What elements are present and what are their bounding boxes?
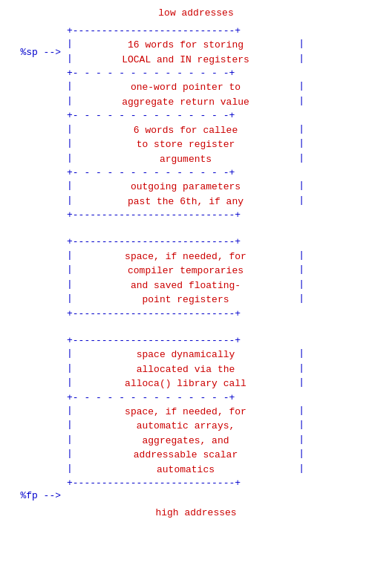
pipe-right: | xyxy=(298,278,304,293)
section1-line1: | 16 words for storing | xyxy=(67,38,304,53)
section1-text1: 16 words for storing xyxy=(73,38,298,53)
pipe-left: | xyxy=(67,278,73,293)
section5-top-border: +----------------------------+ xyxy=(67,235,304,249)
section3-line2: | to store register | xyxy=(67,137,304,152)
section6-wrapper: +----------------------------+ | space d… xyxy=(0,334,392,405)
section2-text1: one-word pointer to xyxy=(73,80,298,95)
section3-line3: | arguments | xyxy=(67,152,304,167)
pipe-left: | xyxy=(67,152,73,167)
bottom-label: high addresses xyxy=(155,507,236,518)
pipe-right: | xyxy=(298,405,304,420)
pipe-left: | xyxy=(67,448,73,463)
section6-text2: allocated via the xyxy=(73,362,298,377)
section6-line1: | space dynamically | xyxy=(67,348,304,362)
pipe-left: | xyxy=(67,195,73,209)
pipe-right: | xyxy=(298,95,304,110)
pipe-right: | xyxy=(298,362,304,377)
section7-bottom-border: +----------------------------+ xyxy=(67,477,304,490)
section7-text3: aggregates, and xyxy=(73,434,298,449)
pipe-right: | xyxy=(298,195,304,209)
section5-wrapper: +----------------------------+ | space, … xyxy=(0,235,392,320)
section6-box: +----------------------------+ | space d… xyxy=(67,334,304,405)
pipe-left: | xyxy=(67,137,73,152)
section5-line2: | compiler temporaries | xyxy=(67,264,304,278)
section7-text5: automatics xyxy=(73,463,298,477)
section2-line1: | one-word pointer to | xyxy=(67,80,304,95)
section4-bottom-border: +----------------------------+ xyxy=(67,209,304,222)
pipe-right: | xyxy=(298,137,304,152)
pipe-right: | xyxy=(298,152,304,167)
section4-wrapper: | outgoing parameters | | past the 6th, … xyxy=(0,180,392,222)
section3-bottom-border: +- - - - - - - - - - - - - -+ xyxy=(67,166,304,180)
section4-line1: | outgoing parameters | xyxy=(67,180,304,195)
section2-box: | one-word pointer to | | aggregate retu… xyxy=(67,80,304,123)
section7-line2: | automatic arrays, | xyxy=(67,419,304,434)
section4-text2: past the 6th, if any xyxy=(73,195,298,209)
pipe-right: | xyxy=(298,264,304,278)
pipe-right: | xyxy=(298,180,304,195)
pipe-right: | xyxy=(298,419,304,434)
pipe-left: | xyxy=(67,376,73,391)
section1-wrapper: %sp --> +----------------------------+ |… xyxy=(0,25,392,80)
section5-line3: | and saved floating- | xyxy=(67,278,304,293)
section6-line3: | alloca() library call | xyxy=(67,376,304,391)
pipe-left: | xyxy=(67,264,73,278)
fp-wrapper: %fp --> xyxy=(0,490,392,501)
pipe-right: | xyxy=(298,123,304,138)
pipe-left: | xyxy=(67,405,73,420)
section6-line2: | allocated via the | xyxy=(67,362,304,377)
section4-text1: outgoing parameters xyxy=(73,180,298,195)
section7-text2: automatic arrays, xyxy=(73,419,298,434)
pipe-right: | xyxy=(298,463,304,477)
pipe-left: | xyxy=(67,38,73,53)
pipe-left: | xyxy=(67,80,73,95)
pipe-left: | xyxy=(67,362,73,377)
pipe-left: | xyxy=(67,123,73,138)
pipe-right: | xyxy=(298,80,304,95)
pipe-right: | xyxy=(298,293,304,307)
section3-wrapper: | 6 words for callee | | to store regist… xyxy=(0,123,392,180)
pipe-left: | xyxy=(67,250,73,264)
section1-line2: | LOCAL and IN registers | xyxy=(67,53,304,68)
pipe-right: | xyxy=(298,376,304,391)
section7-text4: addressable scalar xyxy=(73,448,298,463)
section4-line2: | past the 6th, if any | xyxy=(67,195,304,209)
top-label: low addresses xyxy=(158,7,233,19)
section3-line1: | 6 words for callee | xyxy=(67,123,304,138)
section7-line4: | addressable scalar | xyxy=(67,448,304,463)
section6-text3: alloca() library call xyxy=(73,376,298,391)
fp-label: %fp --> xyxy=(0,490,67,501)
pipe-right: | xyxy=(298,434,304,449)
section7-line1: | space, if needed, for | xyxy=(67,405,304,420)
diagram-container: low addresses %sp --> +-----------------… xyxy=(0,7,392,518)
section5-line4: | point registers | xyxy=(67,293,304,307)
pipe-right: | xyxy=(298,448,304,463)
pipe-left: | xyxy=(67,53,73,68)
section3-text2: to store register xyxy=(73,137,298,152)
section5-text1: space, if needed, for xyxy=(73,250,298,264)
section7-text1: space, if needed, for xyxy=(73,405,298,420)
pipe-left: | xyxy=(67,348,73,362)
section5-text3: and saved floating- xyxy=(73,278,298,293)
section3-text3: arguments xyxy=(73,152,298,167)
section1-bottom-border: +- - - - - - - - - - - - - -+ xyxy=(67,67,304,80)
section5-box: +----------------------------+ | space, … xyxy=(67,235,304,320)
pipe-left: | xyxy=(67,419,73,434)
pipe-left: | xyxy=(67,463,73,477)
section7-line5: | automatics | xyxy=(67,463,304,477)
pipe-left: | xyxy=(67,293,73,307)
section6-bottom-border: +- - - - - - - - - - - - - -+ xyxy=(67,391,304,405)
section6-text1: space dynamically xyxy=(73,348,298,362)
section1-text2: LOCAL and IN registers xyxy=(73,53,298,68)
section5-line1: | space, if needed, for | xyxy=(67,250,304,264)
section1-top-border: +----------------------------+ xyxy=(67,25,304,38)
section2-line2: | aggregate return value | xyxy=(67,95,304,110)
section1-box: +----------------------------+ | 16 word… xyxy=(67,25,304,80)
pipe-left: | xyxy=(67,180,73,195)
section4-box: | outgoing parameters | | past the 6th, … xyxy=(67,180,304,222)
pipe-right: | xyxy=(298,38,304,53)
section7-line3: | aggregates, and | xyxy=(67,434,304,449)
section2-text2: aggregate return value xyxy=(73,95,298,110)
section3-box: | 6 words for callee | | to store regist… xyxy=(67,123,304,180)
section6-top-border: +----------------------------+ xyxy=(67,334,304,348)
